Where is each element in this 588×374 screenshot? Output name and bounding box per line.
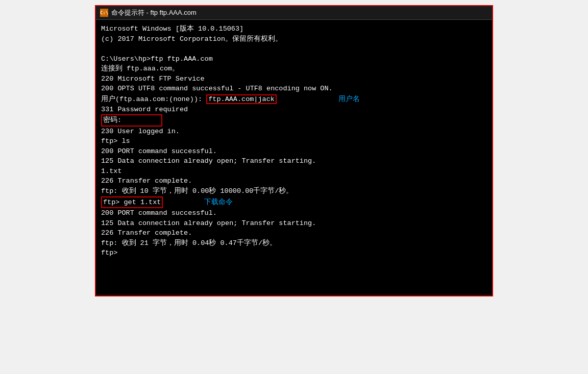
terminal-line-password: 密码: xyxy=(101,114,487,127)
terminal-line: Microsoft Windows [版本 10.0.15063] xyxy=(101,24,487,34)
terminal-line: 226 Transfer complete. xyxy=(101,176,487,186)
terminal-line: 226 Transfer complete. xyxy=(101,228,487,238)
terminal-line: 230 User logged in. xyxy=(101,127,487,137)
title-bar: C:\ 命令提示符 - ftp ftp.AAA.com xyxy=(96,6,492,20)
terminal-line: 220 Microsoft FTP Service xyxy=(101,74,487,84)
terminal-line: 1.txt xyxy=(101,166,487,177)
terminal-line: 125 Data connection already open; Transf… xyxy=(101,156,487,166)
terminal-line: 连接到 ftp.aaa.com。 xyxy=(101,64,487,74)
username-label: 用户名 xyxy=(338,95,360,103)
terminal-line: (c) 2017 Microsoft Corporation。保留所有权利。 xyxy=(101,34,487,44)
terminal-line: ftp> xyxy=(101,248,487,258)
password-highlight: 密码: xyxy=(101,114,162,127)
terminal-line: 331 Password required xyxy=(101,105,487,115)
terminal-line: 200 OPTS UTF8 command successful - UTF8 … xyxy=(101,84,487,94)
window-title: 命令提示符 - ftp ftp.AAA.com xyxy=(111,8,197,17)
terminal-line: 200 PORT command successful. xyxy=(101,208,487,218)
terminal-line: ftp> ls xyxy=(101,136,487,146)
command-label: 下载命令 xyxy=(204,198,233,206)
terminal-window: C:\ 命令提示符 - ftp ftp.AAA.com Microsoft Wi… xyxy=(95,5,493,296)
terminal-line: 125 Data connection already open; Transf… xyxy=(101,218,487,229)
terminal-line: ftp: 收到 21 字节，用时 0.04秒 0.47千字节/秒。 xyxy=(101,238,487,248)
terminal-body[interactable]: Microsoft Windows [版本 10.0.15063] (c) 20… xyxy=(96,20,492,295)
cmd-icon: C:\ xyxy=(100,9,108,17)
terminal-line xyxy=(101,44,487,54)
command-highlight: ftp> get 1.txt xyxy=(101,196,163,209)
terminal-line: 200 PORT command successful. xyxy=(101,146,487,157)
terminal-line-command: ftp> get 1.txt 下载命令 xyxy=(101,196,487,209)
terminal-line: C:\Users\hp>ftp ftp.AAA.com xyxy=(101,54,487,64)
terminal-line-username: 用户(ftp.aaa.com:(none)): ftp.AAA.com|jack… xyxy=(101,94,487,105)
terminal-line: ftp: 收到 10 字节，用时 0.00秒 10000.00千字节/秒。 xyxy=(101,186,487,196)
username-highlight: ftp.AAA.com|jack xyxy=(206,94,277,104)
